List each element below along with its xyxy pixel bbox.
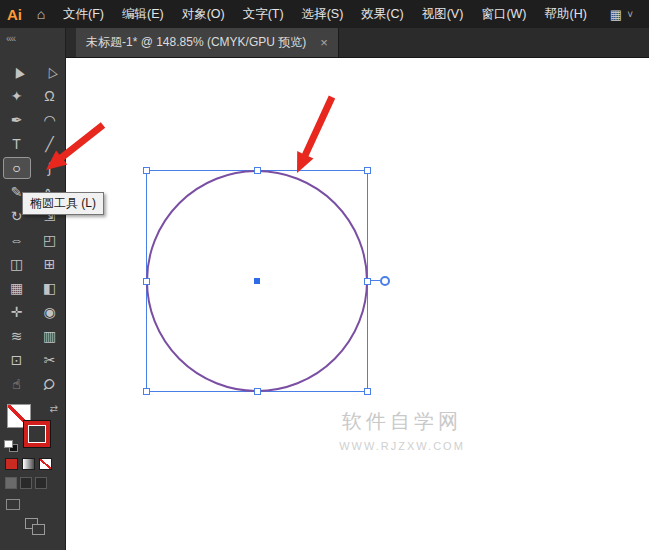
gradient-icon: ◧ xyxy=(43,281,56,295)
menu-help[interactable]: 帮助(H) xyxy=(536,0,596,28)
pie-widget-handle[interactable] xyxy=(380,276,390,286)
magic-wand-icon: ✦ xyxy=(11,89,23,103)
type-tool-button[interactable]: T xyxy=(3,133,31,155)
none-button[interactable] xyxy=(39,458,52,470)
collapse-panel-icon[interactable]: «« xyxy=(6,33,15,44)
draw-normal-button[interactable] xyxy=(5,477,17,489)
artboard-tool-button[interactable]: ⊡ xyxy=(3,349,31,371)
slice-tool-button[interactable]: ✂ xyxy=(36,349,64,371)
chevron-down-icon: ˅ xyxy=(627,9,633,20)
menu-effect[interactable]: 效果(C) xyxy=(352,0,412,28)
color-button[interactable] xyxy=(5,458,18,470)
menu-object[interactable]: 对象(O) xyxy=(173,0,234,28)
paintbrush-tool-button[interactable]: ʃ xyxy=(36,157,64,179)
hand-tool-button[interactable]: ☝ xyxy=(3,373,31,395)
zoom-icon: Ϙ xyxy=(41,375,58,393)
paintbrush-icon: ʃ xyxy=(48,161,51,175)
document-tab-title: 未标题-1* @ 148.85% (CMYK/GPU 预览) xyxy=(86,34,306,51)
handle-nw[interactable] xyxy=(143,167,150,174)
drawing-mode-buttons xyxy=(0,470,65,489)
selection-arrow-icon: ▶ xyxy=(8,65,24,80)
swap-fill-stroke-icon[interactable]: ⇄ xyxy=(50,403,58,414)
square-front-icon xyxy=(32,524,45,535)
handle-se[interactable] xyxy=(364,388,371,395)
mesh-icon: ▦ xyxy=(10,281,23,295)
menu-bar: Ai ⌂ 文件(F) 编辑(E) 对象(O) 文字(T) 选择(S) 效果(C)… xyxy=(0,0,649,28)
width-tool-icon: ⇔ xyxy=(10,233,24,247)
tools-panel: «« ▶ ▷ ✦ Ω ✒ ◠ T ╱ ○ ʃ ✎ ∿ ↻ ⇲ ⇔ ◰ ◫ ⊞ ▦… xyxy=(0,28,66,550)
menu-select[interactable]: 选择(S) xyxy=(293,0,353,28)
draw-inside-button[interactable] xyxy=(35,477,47,489)
workspace-grid-icon: ▦ xyxy=(610,7,622,22)
stroke-swatch[interactable] xyxy=(24,421,50,447)
home-icon[interactable]: ⌂ xyxy=(28,6,54,22)
document-tab[interactable]: 未标题-1* @ 148.85% (CMYK/GPU 预览) × xyxy=(76,28,339,57)
direct-selection-arrow-icon: ▷ xyxy=(41,65,57,80)
menu-view[interactable]: 视图(V) xyxy=(413,0,473,28)
symbol-sprayer-icon: ≋ xyxy=(11,329,23,343)
artboard-canvas[interactable]: 软件自学网 WWW.RJZXW.COM xyxy=(66,58,649,550)
handle-n[interactable] xyxy=(254,167,261,174)
width-tool-button[interactable]: ⇔ xyxy=(3,229,31,251)
shape-builder-tool-button[interactable]: ◫ xyxy=(3,253,31,275)
tools-panel-header: «« xyxy=(0,28,65,60)
menu-file[interactable]: 文件(F) xyxy=(54,0,113,28)
default-fill-stroke-button[interactable] xyxy=(4,440,18,452)
menu-edit[interactable]: 编辑(E) xyxy=(113,0,173,28)
free-transform-tool-button[interactable]: ◰ xyxy=(36,229,64,251)
handle-s[interactable] xyxy=(254,388,261,395)
menu-type[interactable]: 文字(T) xyxy=(234,0,293,28)
column-graph-tool-button[interactable]: ▥ xyxy=(36,325,64,347)
selection-tool-button[interactable]: ▶ xyxy=(3,61,31,83)
tooltip-text: 椭圆工具 (L) xyxy=(30,196,96,210)
gradient-button[interactable] xyxy=(22,458,35,470)
ellipse-icon: ○ xyxy=(12,161,20,175)
draw-behind-button[interactable] xyxy=(20,477,32,489)
pen-icon: ✒ xyxy=(11,113,23,127)
watermark-title: 软件自学网 xyxy=(318,408,486,435)
center-point[interactable] xyxy=(254,278,260,284)
shape-builder-icon: ◫ xyxy=(10,257,23,271)
menu-window[interactable]: 窗口(W) xyxy=(472,0,535,28)
mesh-tool-button[interactable]: ▦ xyxy=(3,277,31,299)
app-logo: Ai xyxy=(7,6,22,23)
magic-wand-tool-button[interactable]: ✦ xyxy=(3,85,31,107)
blend-tool-button[interactable]: ◉ xyxy=(36,301,64,323)
screen-mode-button[interactable] xyxy=(6,499,20,510)
eyedropper-tool-button[interactable]: ✛ xyxy=(3,301,31,323)
handle-w[interactable] xyxy=(143,278,150,285)
close-icon[interactable]: × xyxy=(320,35,328,50)
handle-ne[interactable] xyxy=(364,167,371,174)
gradient-tool-button[interactable]: ◧ xyxy=(36,277,64,299)
eyedropper-icon: ✛ xyxy=(11,305,23,319)
line-segment-tool-button[interactable]: ╱ xyxy=(36,133,64,155)
watermark: 软件自学网 WWW.RJZXW.COM xyxy=(318,408,486,452)
zoom-tool-button[interactable]: Ϙ xyxy=(36,373,64,395)
symbol-sprayer-tool-button[interactable]: ≋ xyxy=(3,325,31,347)
slice-icon: ✂ xyxy=(44,353,56,367)
rotate-icon: ↻ xyxy=(11,209,23,223)
selection-bounding-box xyxy=(146,170,368,392)
workspace-switcher-button[interactable]: ▦ ˅ xyxy=(610,7,649,22)
pie-widget-line xyxy=(370,280,380,281)
curvature-icon: ◠ xyxy=(43,113,55,127)
column-graph-icon: ▥ xyxy=(43,329,56,343)
default-fill-mini xyxy=(4,440,13,448)
blend-icon: ◉ xyxy=(43,305,55,319)
curvature-tool-button[interactable]: ◠ xyxy=(36,109,64,131)
type-icon: T xyxy=(12,137,21,151)
handle-e[interactable] xyxy=(364,278,371,285)
lasso-tool-button[interactable]: Ω xyxy=(36,85,64,107)
pen-tool-button[interactable]: ✒ xyxy=(3,109,31,131)
illustrator-window: Ai ⌂ 文件(F) 编辑(E) 对象(O) 文字(T) 选择(S) 效果(C)… xyxy=(0,0,649,550)
perspective-grid-icon: ⊞ xyxy=(44,257,56,271)
edit-toolbar-button[interactable] xyxy=(25,518,47,536)
perspective-grid-tool-button[interactable]: ⊞ xyxy=(36,253,64,275)
artboard-icon: ⊡ xyxy=(11,353,23,367)
handle-sw[interactable] xyxy=(143,388,150,395)
ellipse-tool-button[interactable]: ○ xyxy=(3,157,31,179)
free-transform-icon: ◰ xyxy=(43,233,56,247)
hand-icon: ☝ xyxy=(12,377,21,391)
document-tab-bar: 未标题-1* @ 148.85% (CMYK/GPU 预览) × xyxy=(66,28,649,58)
direct-selection-tool-button[interactable]: ▷ xyxy=(36,61,64,83)
